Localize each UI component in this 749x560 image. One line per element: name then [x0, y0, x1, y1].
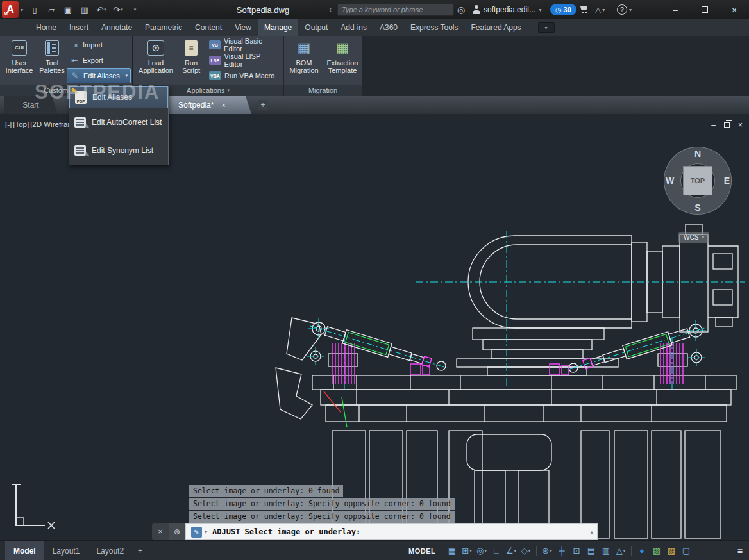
user-menu-caret-icon[interactable]: ▾ — [539, 7, 541, 13]
clean-screen-icon[interactable]: ▢ — [679, 544, 693, 558]
ribbon-tab-featured-apps[interactable]: Featured Apps — [465, 19, 528, 36]
layout-tab-layout1[interactable]: Layout1 — [44, 541, 88, 560]
sign-in-control[interactable]: softpedia.edit... ▾ — [473, 0, 541, 19]
close-button[interactable]: × — [720, 0, 749, 19]
menu-item-edit-synonym-list[interactable]: ✎ Edit Synonym List — [69, 136, 168, 165]
ribbon-tab-home[interactable]: Home — [29, 19, 63, 36]
export-button[interactable]: ⇤ Export — [67, 53, 131, 68]
customize-quick-access-icon[interactable]: ▾ — [127, 3, 142, 17]
load-application-button[interactable]: ⊛ LoadApplication — [136, 37, 176, 83]
customization-menu-icon[interactable]: ≡ — [737, 541, 743, 560]
workspace-switching-icon[interactable]: ⊛▾ — [540, 544, 554, 558]
cart-icon[interactable] — [580, 6, 589, 13]
ribbon-tab-addins[interactable]: Add-ins — [334, 19, 373, 36]
wcs-menu[interactable]: WCS ▾ — [678, 232, 709, 243]
command-customize-icon[interactable]: ⊛ — [169, 523, 185, 540]
ribbon-tab-express-tools[interactable]: Express Tools — [404, 19, 464, 36]
model-space-button[interactable]: MODEL — [408, 541, 435, 560]
ribbon-tab-view[interactable]: View — [228, 19, 258, 36]
viewcube[interactable]: N S W E TOP — [655, 138, 740, 223]
command-prompt[interactable]: ADJUST Select image or underlay: — [212, 527, 360, 536]
layout-tab-model[interactable]: Model — [5, 541, 44, 560]
ortho-mode-icon[interactable]: ∟ — [489, 544, 503, 558]
edit-aliases-button[interactable]: ✎ Edit Aliases ▾ — [67, 68, 131, 83]
annotation-visibility-icon[interactable]: ▤ — [584, 544, 598, 558]
ribbon-tab-content[interactable]: Content — [189, 19, 228, 36]
viewport-menu-control[interactable]: [-] — [5, 120, 12, 128]
isometric-drafting-icon[interactable]: ◇▾ — [519, 544, 533, 558]
new-file-icon[interactable]: ▯ — [27, 3, 42, 17]
exchange-apps-control[interactable]: △ ▾ — [595, 0, 605, 19]
trial-days-badge[interactable]: ◷ 30 — [550, 4, 576, 15]
annotation-scale-icon[interactable]: △▾ — [614, 544, 628, 558]
app-menu-caret-icon[interactable]: ▾ — [21, 7, 23, 13]
selection-cycling-icon[interactable]: ⊡ — [569, 544, 584, 558]
ribbon-tab-a360[interactable]: A360 — [373, 19, 404, 36]
import-button[interactable]: ⇥ Import — [67, 37, 131, 53]
extraction-template-button[interactable]: ▦ ExtractionTemplate — [324, 37, 361, 83]
search-input[interactable] — [337, 3, 454, 16]
viewcube-north[interactable]: N — [655, 149, 740, 159]
viewcube-west[interactable]: W — [666, 176, 674, 186]
bom-migration-button[interactable]: ▦ BOMMigration — [285, 37, 323, 83]
ribbon-tab-insert[interactable]: Insert — [63, 19, 95, 36]
clock-icon: ◷ — [555, 6, 562, 14]
layout-tab-layout2[interactable]: Layout2 — [88, 541, 132, 560]
snap-mode-icon[interactable]: ⊞▾ — [460, 544, 474, 558]
file-tab-close-icon[interactable]: × — [221, 101, 225, 109]
viewcube-south[interactable]: S — [655, 202, 740, 213]
tool-palettes-button[interactable]: ToolPalettes — [37, 37, 67, 83]
search-binoculars-icon[interactable]: ◎ — [457, 4, 465, 15]
visual-lisp-icon: LSP — [209, 56, 221, 65]
plot-monitor-icon[interactable]: ▨ — [650, 544, 664, 558]
visual-lisp-editor-button[interactable]: LSP Visual LISP Editor — [206, 53, 282, 68]
viewport-view-control[interactable]: [Top] — [13, 120, 29, 128]
visual-basic-editor-button[interactable]: VB Visual Basic Editor — [206, 37, 282, 53]
cui-icon: CUI — [12, 40, 27, 56]
polar-tracking-icon[interactable]: ∠▾ — [504, 544, 518, 558]
drawing-close-button[interactable]: × — [738, 120, 743, 129]
ribbon-tab-annotate[interactable]: Annotate — [95, 19, 139, 36]
viewcube-top-face[interactable]: TOP — [683, 166, 712, 195]
user-interface-button[interactable]: CUI UserInterface — [1, 37, 37, 83]
grid-display-icon[interactable]: ▦ — [445, 544, 459, 558]
user-icon — [473, 5, 480, 14]
layer-state-icon[interactable]: ▧ — [664, 544, 678, 558]
save-icon[interactable]: ▣ — [60, 3, 76, 17]
panel-title-migration[interactable]: Migration — [284, 85, 362, 96]
menu-item-edit-autocorrect-list[interactable]: ✎ Edit AutoCorrect List — [69, 108, 168, 136]
extraction-template-icon: ▦ — [336, 44, 349, 52]
run-vba-macro-button[interactable]: VBA Run VBA Macro — [206, 68, 282, 83]
graphics-performance-icon[interactable]: ● — [635, 544, 649, 558]
redo-icon[interactable]: ↷▾ — [110, 3, 126, 17]
new-drawing-tab-button[interactable]: + — [258, 100, 268, 110]
command-close-button[interactable]: × — [152, 523, 169, 540]
search-collapse-icon[interactable]: ‹ — [329, 5, 332, 14]
ribbon-tab-output[interactable]: Output — [298, 19, 334, 36]
maximize-button[interactable] — [690, 0, 720, 19]
undo-icon[interactable]: ↶▾ — [94, 3, 109, 17]
ribbon-options-button[interactable]: ▾ — [538, 22, 555, 33]
file-tab-start[interactable]: Start — [4, 96, 58, 114]
plot-icon[interactable]: ▥ — [77, 3, 92, 17]
run-script-button[interactable]: ≡ RunScript — [177, 37, 205, 83]
command-recent-caret-icon[interactable]: ▾ — [205, 529, 207, 535]
command-history-toggle-icon[interactable]: ▴ — [590, 529, 593, 535]
drawing-restore-button[interactable] — [724, 122, 730, 128]
viewcube-east[interactable]: E — [724, 176, 730, 186]
command-recent-icon[interactable]: ✎ — [191, 527, 202, 538]
object-snap-icon[interactable]: ◎▾ — [475, 544, 489, 558]
help-control[interactable]: ? ▾ — [617, 0, 632, 19]
ribbon-tab-parametric[interactable]: Parametric — [139, 19, 189, 36]
command-input[interactable]: ✎ ▾ ADJUST Select image or underlay: ▴ — [185, 523, 598, 540]
menu-item-edit-aliases[interactable]: PGP ✎ Edit Aliases — [69, 86, 168, 108]
crosshair-size-icon[interactable]: ┼ — [555, 544, 569, 558]
new-layout-button[interactable]: + — [132, 541, 148, 560]
ribbon-tab-manage[interactable]: Manage — [258, 19, 298, 36]
minimize-button[interactable]: – — [661, 0, 690, 19]
model-space-viewport[interactable]: [-] [Top] [2D Wireframe] – × N S W E TOP… — [0, 114, 749, 540]
command-bar[interactable]: × ⊛ ✎ ▾ ADJUST Select image or underlay:… — [152, 523, 598, 540]
open-file-icon[interactable]: ▱ — [44, 3, 59, 17]
drawing-minimize-button[interactable]: – — [711, 120, 716, 129]
annotation-autoscale-icon[interactable]: ▥ — [599, 544, 613, 558]
